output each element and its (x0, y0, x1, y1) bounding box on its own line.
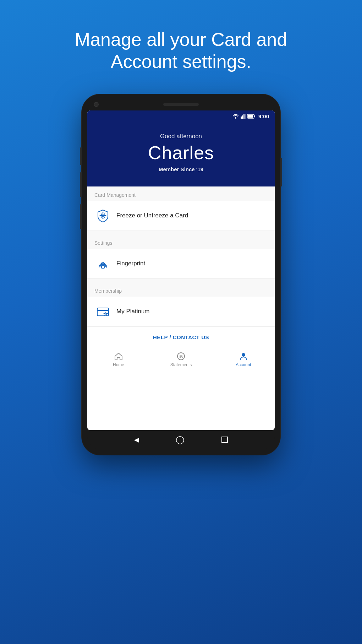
section-divider-2 (87, 279, 275, 282)
freeze-card-label: Freeze or Unfreeze a Card (116, 212, 188, 219)
android-home-button[interactable]: ◯ (176, 435, 185, 444)
svg-point-15 (105, 215, 106, 216)
app-header: Good afternoon Charles Member Since '19 (87, 122, 275, 186)
nav-home[interactable]: Home (104, 352, 133, 367)
svg-rect-2 (242, 115, 243, 119)
svg-point-12 (103, 212, 104, 213)
help-contact-label: HELP / CONTACT US (153, 334, 209, 340)
svg-rect-6 (248, 115, 253, 118)
status-time: 9:00 (258, 113, 269, 119)
fingerprint-label: Fingerprint (116, 260, 145, 267)
svg-rect-18 (97, 308, 109, 316)
svg-rect-4 (245, 114, 246, 119)
nav-account[interactable]: Account (229, 352, 258, 367)
phone-mockup: 9:00 Good afternoon Charles Member Since… (82, 94, 280, 455)
svg-point-13 (103, 218, 104, 219)
statements-icon (176, 352, 186, 361)
my-platinum-item[interactable]: My Platinum (87, 297, 275, 327)
battery-icon (247, 114, 255, 119)
home-icon (114, 352, 123, 361)
freeze-card-item[interactable]: Freeze or Unfreeze a Card (87, 201, 275, 231)
section-label-membership: Membership (87, 282, 275, 297)
phone-speaker (163, 103, 199, 106)
camera-button (80, 204, 82, 229)
section-label-card-management: Card Management (87, 186, 275, 201)
phone-top-bar (87, 100, 275, 110)
svg-point-0 (235, 117, 236, 119)
svg-rect-1 (241, 117, 242, 119)
status-icons: 9:00 (232, 113, 269, 119)
help-contact-button[interactable]: HELP / CONTACT US (87, 327, 275, 348)
content-area: Card Management (87, 186, 275, 372)
section-divider-1 (87, 231, 275, 234)
nav-statements[interactable]: Statements (167, 352, 195, 367)
freeze-icon (95, 208, 111, 223)
volume-up-button (80, 147, 82, 165)
svg-rect-3 (243, 114, 245, 119)
fingerprint-item[interactable]: Fingerprint (87, 249, 275, 279)
signal-icon (241, 114, 246, 119)
my-platinum-label: My Platinum (116, 308, 150, 315)
svg-point-24 (242, 353, 245, 357)
nav-home-label: Home (113, 362, 124, 367)
phone-screen: 9:00 Good afternoon Charles Member Since… (87, 110, 275, 430)
svg-point-14 (100, 215, 101, 216)
account-icon (239, 352, 248, 361)
volume-down-button (80, 172, 82, 197)
power-button (280, 158, 282, 186)
android-recents-button[interactable] (221, 437, 228, 443)
android-nav-bar: ◀ ◯ (87, 430, 275, 449)
wifi-icon (232, 114, 239, 119)
fingerprint-icon (95, 256, 111, 271)
front-camera (94, 102, 99, 107)
bottom-navigation: Home Statements (87, 348, 275, 372)
svg-point-17 (103, 266, 103, 267)
page-headline: Manage all your Card and Account setting… (39, 28, 323, 73)
svg-rect-7 (254, 115, 255, 117)
nav-account-label: Account (236, 362, 251, 367)
nav-statements-label: Statements (170, 362, 192, 367)
android-back-button[interactable]: ◀ (134, 436, 139, 444)
greeting-text: Good afternoon (94, 133, 268, 140)
status-bar: 9:00 (87, 110, 275, 122)
member-since-text: Member Since '19 (94, 166, 268, 172)
section-label-settings: Settings (87, 234, 275, 249)
platinum-icon (95, 304, 111, 319)
username-text: Charles (94, 142, 268, 163)
